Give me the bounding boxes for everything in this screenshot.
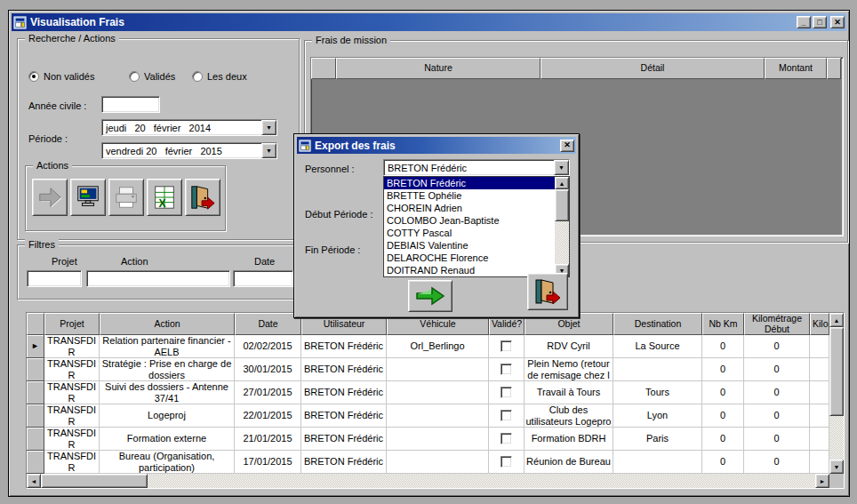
dialog-exit-button[interactable] <box>527 273 568 310</box>
radio-valides[interactable] <box>129 71 140 82</box>
radio-non-valides[interactable] <box>28 71 39 82</box>
cell-nb-km[interactable]: 0 <box>702 358 744 381</box>
cell-utilisateur[interactable]: BRETON Frédéric <box>301 451 387 474</box>
cell-nb-km[interactable]: 0 <box>702 451 744 474</box>
fm-header-montant[interactable]: Montant <box>765 58 827 79</box>
cell-km-fin[interactable] <box>810 451 829 474</box>
personnel-option[interactable]: DELAROCHE Florence <box>384 252 555 264</box>
scroll-left-button[interactable]: ◄ <box>27 474 41 488</box>
cell-vehicule[interactable] <box>387 451 489 474</box>
cell-date[interactable]: 21/01/2015 <box>235 428 301 451</box>
table-row[interactable]: TRANSFDIR Formation externe 21/01/2015 B… <box>27 428 829 451</box>
cell-km-fin[interactable] <box>810 404 829 428</box>
table-row[interactable]: ► TRANSFDIR Relation partenaire financie… <box>27 335 829 358</box>
cell-destination[interactable]: La Source <box>613 335 702 358</box>
valide-checkbox[interactable] <box>501 387 512 398</box>
row-selector[interactable] <box>27 381 44 404</box>
cell-date[interactable]: 22/01/2015 <box>235 404 301 428</box>
personnel-option[interactable]: DEBIAIS Valentine <box>384 239 555 252</box>
radio-les-deux[interactable] <box>192 71 203 82</box>
cell-km-fin[interactable] <box>810 358 829 381</box>
header-projet[interactable]: Projet <box>44 313 100 335</box>
fm-header-detail[interactable]: Détail <box>541 58 765 79</box>
cell-date[interactable]: 27/01/2015 <box>235 381 301 404</box>
table-row[interactable]: TRANSFDIR Bureau (Organisation, particip… <box>27 451 829 474</box>
cell-objet[interactable]: RDV Cyril <box>525 335 613 358</box>
cell-destination[interactable]: Lyon <box>613 404 702 428</box>
cell-nb-km[interactable]: 0 <box>702 428 744 451</box>
cell-utilisateur[interactable]: BRETON Frédéric <box>301 404 387 428</box>
table-row[interactable]: TRANSFDIR Suivi des dossiers - Antenne 3… <box>27 381 829 404</box>
dialog-close-button[interactable]: ✕ <box>560 140 574 152</box>
close-button[interactable]: ✕ <box>830 16 845 28</box>
periode-debut-combo[interactable]: jeudi 20 février 2014 ▼ <box>101 119 277 136</box>
cell-utilisateur[interactable]: BRETON Frédéric <box>301 381 387 404</box>
table-row[interactable]: TRANSFDIR Stratégie : Prise en charge de… <box>27 358 829 381</box>
valide-checkbox[interactable] <box>501 456 512 468</box>
cell-km-debut[interactable]: 0 <box>744 358 810 381</box>
cell-vehicule[interactable] <box>387 428 489 451</box>
cell-action[interactable]: Suivi des dossiers - Antenne 37/41 <box>100 381 235 404</box>
preview-button[interactable] <box>70 179 106 216</box>
cell-km-debut[interactable]: 0 <box>744 404 810 428</box>
list-scroll-up-button[interactable]: ▲ <box>555 177 569 189</box>
cell-projet[interactable]: TRANSFDIR <box>44 428 100 451</box>
scroll-down-button[interactable]: ▼ <box>829 460 844 474</box>
forward-button[interactable] <box>32 179 68 216</box>
fm-header-nature[interactable]: Nature <box>336 58 541 79</box>
personnel-option[interactable]: CHOREIN Adrien <box>384 202 555 214</box>
cell-vehicule[interactable]: Orl_Berlingo <box>387 335 489 358</box>
row-selector[interactable] <box>27 404 44 428</box>
filtre-date-input[interactable] <box>233 270 293 287</box>
print-button[interactable] <box>108 179 144 216</box>
personnel-option[interactable]: BRETTE Ophélie <box>384 189 555 202</box>
cell-km-debut[interactable]: 0 <box>744 451 810 474</box>
cell-km-debut[interactable]: 0 <box>744 381 810 404</box>
export-confirm-button[interactable] <box>408 280 453 312</box>
cell-destination[interactable]: Tours <box>613 381 702 404</box>
annee-civile-input[interactable] <box>101 96 160 113</box>
header-km-fin[interactable]: Kilom <box>810 313 829 335</box>
cell-action[interactable]: Logeproj <box>100 404 235 428</box>
cell-objet[interactable]: Formation BDRH <box>525 428 613 451</box>
header-action[interactable]: Action <box>100 313 235 335</box>
cell-nb-km[interactable]: 0 <box>702 381 744 404</box>
excel-export-button[interactable]: X <box>147 179 182 216</box>
row-selector[interactable] <box>27 428 44 451</box>
cell-objet[interactable]: Club des utilisateurs Logepro <box>525 404 613 428</box>
cell-destination[interactable] <box>613 358 702 381</box>
cell-date[interactable]: 30/01/2015 <box>235 358 301 381</box>
list-scroll-thumb[interactable] <box>555 189 569 221</box>
cell-objet[interactable]: Réunion de Bureau <box>525 451 613 474</box>
horizontal-scroll-thumb[interactable] <box>41 474 148 488</box>
header-date[interactable]: Date <box>235 313 301 335</box>
personnel-combo[interactable]: BRETON Frédéric ▼ <box>383 159 570 176</box>
cell-utilisateur[interactable]: BRETON Frédéric <box>301 335 387 358</box>
cell-objet[interactable]: Travail à Tours <box>525 381 613 404</box>
cell-action[interactable]: Relation partenaire financier - AELB <box>100 335 235 358</box>
cell-destination[interactable]: Paris <box>613 428 702 451</box>
personnel-option[interactable]: COTTY Pascal <box>384 227 555 239</box>
cell-nb-km[interactable]: 0 <box>702 335 744 358</box>
cell-vehicule[interactable] <box>387 358 489 381</box>
filtre-projet-input[interactable] <box>27 270 82 287</box>
cell-km-debut[interactable]: 0 <box>744 428 810 451</box>
cell-km-debut[interactable]: 0 <box>744 335 810 358</box>
table-row[interactable]: TRANSFDIR Logeproj 22/01/2015 BRETON Fré… <box>27 404 829 428</box>
valide-checkbox[interactable] <box>501 433 512 444</box>
header-nb-km[interactable]: Nb Km <box>702 313 744 335</box>
horizontal-scrollbar[interactable]: ◄ ► <box>27 474 829 488</box>
periode-fin-dropdown-button[interactable]: ▼ <box>261 143 276 158</box>
cell-km-fin[interactable] <box>810 381 829 404</box>
scroll-up-button[interactable]: ▲ <box>829 313 844 327</box>
personnel-option[interactable]: COLOMBO Jean-Baptiste <box>384 214 555 227</box>
cell-date[interactable]: 02/02/2015 <box>235 335 301 358</box>
cell-action[interactable]: Bureau (Organisation, participation) <box>100 451 235 474</box>
row-selector[interactable]: ► <box>27 335 44 358</box>
personnel-option[interactable]: BRETON Frédéric <box>384 177 555 189</box>
cell-projet[interactable]: TRANSFDIR <box>44 404 100 428</box>
personnel-dropdown-button[interactable]: ▼ <box>554 160 569 175</box>
header-km-debut[interactable]: Kilométrage Début <box>744 313 810 335</box>
row-selector[interactable] <box>27 451 44 474</box>
cell-nb-km[interactable]: 0 <box>702 404 744 428</box>
